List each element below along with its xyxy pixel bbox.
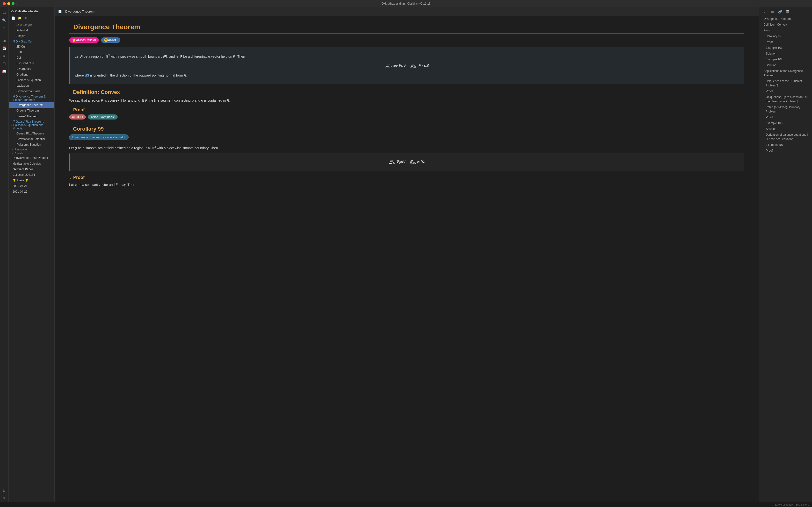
- heading-proof2: ↓ Proof: [69, 175, 744, 180]
- sidebar-group-6[interactable]: ↓ 6 Divergence Theorem & Stokes' Theorem: [9, 94, 54, 102]
- fold-arrow-h1[interactable]: ↓: [69, 24, 71, 30]
- sidebar-group-5[interactable]: ↓ 5 Div Grad Curl: [9, 39, 54, 44]
- help-icon[interactable]: ?: [1, 495, 8, 502]
- sidebar-item-ideas[interactable]: 💡 Ideas 💡: [9, 178, 54, 183]
- sidebar-item-curl[interactable]: Curl: [9, 50, 54, 55]
- minimize-button[interactable]: [7, 2, 10, 5]
- outline-example-106[interactable]: ↓ Example 106: [759, 120, 812, 126]
- outline-definition-convex[interactable]: Definition: Convex: [759, 22, 812, 27]
- sidebar-item-greens-theorem[interactable]: Green's Theorem: [9, 108, 54, 113]
- editor-main: 📄 Divergence Theorem ↓ Divergence Theore…: [55, 7, 759, 502]
- fullscreen-button[interactable]: [12, 2, 14, 5]
- sidebar-group-7[interactable]: ↓ 7 Gauss' Flux Theorem, Poisson's Equat…: [9, 119, 54, 131]
- outline-corollary-99[interactable]: ↓ Corollary 99: [759, 33, 812, 39]
- sidebar-item-poissons[interactable]: Poisson's Equation: [9, 142, 54, 148]
- heading-definition-convex: ↓ Definition: Convex: [69, 89, 744, 95]
- sidebar-item-divergence[interactable]: Divergence: [9, 66, 54, 72]
- heading-proof1: ↓ Proof: [69, 107, 744, 113]
- formula-text: ∭R div FdV = ∯∂R F · dS: [386, 63, 429, 68]
- outline-robin-arrow: ↓: [763, 106, 765, 109]
- outline-derivation-heat[interactable]: ↓ Derivation of balance equations in 3D:…: [759, 132, 812, 142]
- sidebar-item-collection[interactable]: Collection2021TT: [9, 172, 54, 178]
- sidebar-item-date1[interactable]: 2021-04-21: [9, 183, 54, 189]
- outline-solution-102[interactable]: Solution: [759, 62, 812, 68]
- right-hash-icon[interactable]: #: [761, 8, 768, 15]
- fold-arrow-proof1[interactable]: ↓: [69, 107, 71, 113]
- theorem-block: Let R be a region of ℝ3 with a piecewise…: [69, 47, 744, 84]
- fold-arrow-corollary[interactable]: ↓: [69, 127, 71, 131]
- sidebar-item-date2[interactable]: 2021-04-27: [9, 189, 54, 194]
- outline-example-101[interactable]: ↓ Example 101: [759, 45, 812, 51]
- tag-todo[interactable]: #TODO: [69, 114, 86, 119]
- outline-sol101-label: Solution: [766, 51, 776, 56]
- sidebar-item-line-integral[interactable]: Line Integral: [9, 22, 54, 28]
- new-folder-icon[interactable]: 📁: [17, 15, 22, 21]
- outline-proof-robin[interactable]: Proof: [759, 114, 812, 120]
- outline-neumann-label: Uniqueness, up to a constant, of the [[N…: [766, 95, 810, 104]
- new-file-icon[interactable]: 📄: [11, 15, 16, 21]
- sort-icon[interactable]: ⇅: [23, 15, 29, 21]
- sidebar-item-gradient[interactable]: Gradient: [9, 72, 54, 77]
- editor-area[interactable]: ↓ Divergence Theorem ⭐#MostCrucial 😮#MVC…: [55, 16, 759, 502]
- tag-icon[interactable]: #: [1, 53, 8, 59]
- corollary-tag: Divergence Theorem for a scalar field.: [69, 134, 129, 140]
- tag-mostcrucial[interactable]: ⭐#MostCrucial: [69, 38, 99, 43]
- outline-lemma-arrow: ↓: [766, 144, 767, 147]
- folder-icon[interactable]: 🗂: [1, 9, 8, 16]
- outline-applications[interactable]: ↓ Applications of the Divergence Theorem: [759, 68, 812, 78]
- sidebar-section-resources[interactable]: → Resources: [9, 148, 54, 151]
- fold-arrow-proof2[interactable]: ↓: [69, 175, 71, 180]
- corollary-formula: ∭R ∇φdV = ∯∂R φdS.: [75, 159, 740, 166]
- sidebar-section-sheets[interactable]: → Sheets: [9, 151, 54, 155]
- todo-icon[interactable]: ☐: [1, 60, 8, 67]
- sidebar-item-stokes-theorem[interactable]: Stokes' Theorem: [9, 114, 54, 119]
- sidebar-item-divergence-theorem[interactable]: Divergence Theorem: [9, 102, 54, 108]
- outline-solution-101[interactable]: Solution: [759, 51, 812, 56]
- var-R3: ℝ3: [105, 55, 109, 58]
- tag-nonexaminable[interactable]: #NonExaminable: [88, 114, 118, 119]
- sidebar-item-2d-curl[interactable]: 2D-Curl: [9, 44, 54, 50]
- sidebar-item-laplaces[interactable]: Laplace's Equation: [9, 77, 54, 83]
- sidebar-item-simple[interactable]: Simple: [9, 33, 54, 39]
- sidebar-item-gauss-flux[interactable]: Gauss' Flux Theorem: [9, 131, 54, 136]
- close-button[interactable]: [3, 2, 6, 5]
- outline-proof-1[interactable]: Proof: [759, 27, 812, 33]
- outline-proof-dirichlet-label: Proof: [766, 89, 773, 94]
- back-button[interactable]: ‹: [14, 1, 18, 6]
- heading1-text: Divergence Theorem: [73, 23, 140, 31]
- outline-proof1a-label: Proof: [766, 40, 773, 44]
- right-link-icon[interactable]: 🔗: [776, 8, 783, 15]
- forward-button[interactable]: ›: [19, 1, 23, 6]
- right-list-icon[interactable]: ☰: [784, 8, 791, 15]
- sidebar-item-del[interactable]: Del: [9, 55, 54, 61]
- outline-solution-106[interactable]: Solution: [759, 126, 812, 132]
- outline-proof-lemma[interactable]: Proof: [759, 148, 812, 154]
- tag-mvc[interactable]: 😮#MVC: [101, 38, 120, 43]
- sidebar-item-gravitational[interactable]: Gravitational Potential: [9, 136, 54, 142]
- sidebar-item-orthonormal[interactable]: Orthonormal Basis: [9, 89, 54, 94]
- graph-icon[interactable]: ◉: [1, 37, 8, 44]
- outline-robin-boundary[interactable]: ↓ Robin (or Mixed) Boundary Problem: [759, 104, 812, 114]
- sidebar-item-laplacian[interactable]: Laplacian: [9, 83, 54, 89]
- sidebar-item-oxexam[interactable]: OxExam Paper: [9, 167, 54, 172]
- outline-lemma-107[interactable]: ↓ Lemma 107: [759, 142, 812, 148]
- fold-arrow-def[interactable]: ↓: [69, 90, 71, 95]
- outline-neumann[interactable]: Uniqueness, up to a constant, of the [[N…: [759, 94, 812, 104]
- outline-proof-1a[interactable]: Proof: [759, 39, 812, 45]
- search-icon[interactable]: 🔍: [1, 17, 8, 24]
- sidebar-item-potential[interactable]: Potential: [9, 28, 54, 33]
- sidebar-item-multivariable[interactable]: Multivariable Calculus: [9, 161, 54, 167]
- outline-example-102[interactable]: ↓ Example 102: [759, 56, 812, 62]
- theorem-formula: ∭R div FdV = ∯∂R F · dS: [75, 62, 740, 70]
- outline-uniqueness-dirichlet[interactable]: ↓ Uniqueness of the [[Dirichlet Problem]…: [759, 78, 812, 89]
- star-icon[interactable]: ☆: [1, 24, 8, 32]
- outline-proof-dirichlet[interactable]: Proof: [759, 89, 812, 94]
- calendar-icon[interactable]: 📅: [1, 45, 8, 52]
- settings-icon[interactable]: ⚙: [1, 487, 8, 494]
- sidebar-item-derivative-cross[interactable]: Derivative of Cross Products: [9, 155, 54, 161]
- outline-divergence-theorem[interactable]: ↓ Divergence Theorem: [759, 16, 812, 22]
- corollary-tag-row: Divergence Theorem for a scalar field.: [69, 134, 744, 142]
- book-icon[interactable]: 📖: [1, 68, 8, 75]
- right-chart-icon[interactable]: ▦: [769, 8, 775, 15]
- sidebar-item-div-grad-curl[interactable]: Div Grad Curl: [9, 61, 54, 66]
